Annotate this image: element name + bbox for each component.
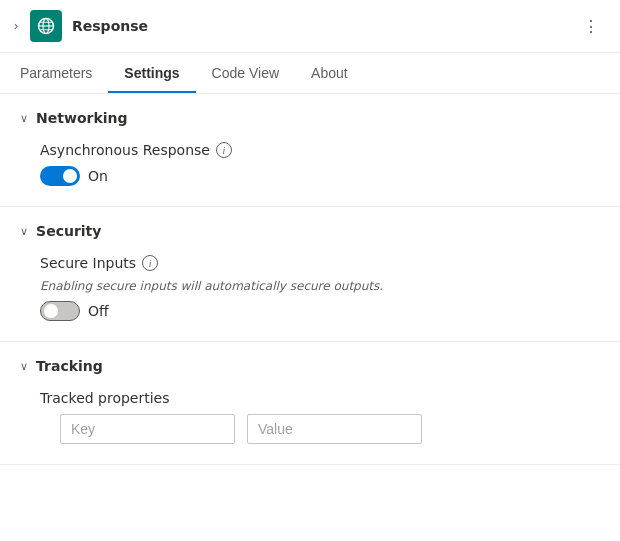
secure-inputs-hint: Enabling secure inputs will automaticall… bbox=[40, 279, 600, 293]
async-response-toggle-label: On bbox=[88, 168, 108, 184]
secure-inputs-label-row: Secure Inputs i bbox=[40, 255, 600, 271]
tracking-section-title: Tracking bbox=[36, 358, 103, 374]
page-title: Response bbox=[72, 18, 565, 34]
header: › Response ⋮ bbox=[0, 0, 620, 53]
networking-section: ∨ Networking Asynchronous Response i On bbox=[0, 94, 620, 207]
secure-inputs-toggle[interactable] bbox=[40, 301, 80, 321]
tracked-properties-field: Tracked properties bbox=[40, 390, 600, 444]
tracking-section: ∨ Tracking Tracked properties bbox=[0, 342, 620, 465]
async-response-toggle[interactable] bbox=[40, 166, 80, 186]
networking-section-title: Networking bbox=[36, 110, 127, 126]
networking-section-header[interactable]: ∨ Networking bbox=[20, 110, 600, 126]
tracking-chevron-icon: ∨ bbox=[20, 360, 28, 373]
tracking-section-header[interactable]: ∨ Tracking bbox=[20, 358, 600, 374]
async-response-toggle-row: On bbox=[40, 166, 600, 186]
secure-inputs-toggle-label: Off bbox=[88, 303, 109, 319]
async-response-field: Asynchronous Response i On bbox=[40, 142, 600, 186]
app-icon bbox=[30, 10, 62, 42]
secure-inputs-toggle-row: Off bbox=[40, 301, 600, 321]
tab-code-view[interactable]: Code View bbox=[196, 53, 295, 93]
tracked-properties-label-row: Tracked properties bbox=[40, 390, 600, 406]
async-response-label-row: Asynchronous Response i bbox=[40, 142, 600, 158]
secure-inputs-info-icon[interactable]: i bbox=[142, 255, 158, 271]
networking-chevron-icon: ∨ bbox=[20, 112, 28, 125]
tracking-inputs-row bbox=[60, 414, 600, 444]
tab-parameters[interactable]: Parameters bbox=[16, 53, 108, 93]
security-section-header[interactable]: ∨ Security bbox=[20, 223, 600, 239]
tracked-properties-label: Tracked properties bbox=[40, 390, 170, 406]
async-response-info-icon[interactable]: i bbox=[216, 142, 232, 158]
async-response-label: Asynchronous Response bbox=[40, 142, 210, 158]
globe-icon bbox=[37, 17, 55, 35]
more-options-button[interactable]: ⋮ bbox=[575, 13, 608, 40]
secure-inputs-field: Secure Inputs i Enabling secure inputs w… bbox=[40, 255, 600, 321]
tracking-key-input[interactable] bbox=[60, 414, 235, 444]
secure-inputs-toggle-track bbox=[40, 301, 80, 321]
security-section-title: Security bbox=[36, 223, 101, 239]
tab-settings[interactable]: Settings bbox=[108, 53, 195, 93]
async-response-toggle-thumb bbox=[63, 169, 77, 183]
security-section: ∨ Security Secure Inputs i Enabling secu… bbox=[0, 207, 620, 342]
tracking-value-input[interactable] bbox=[247, 414, 422, 444]
settings-content: ∨ Networking Asynchronous Response i On … bbox=[0, 94, 620, 527]
security-chevron-icon: ∨ bbox=[20, 225, 28, 238]
expand-button[interactable]: › bbox=[12, 17, 20, 35]
async-response-toggle-track bbox=[40, 166, 80, 186]
secure-inputs-label: Secure Inputs bbox=[40, 255, 136, 271]
tabs-bar: Parameters Settings Code View About bbox=[0, 53, 620, 94]
secure-inputs-toggle-thumb bbox=[44, 304, 58, 318]
tab-about[interactable]: About bbox=[295, 53, 364, 93]
